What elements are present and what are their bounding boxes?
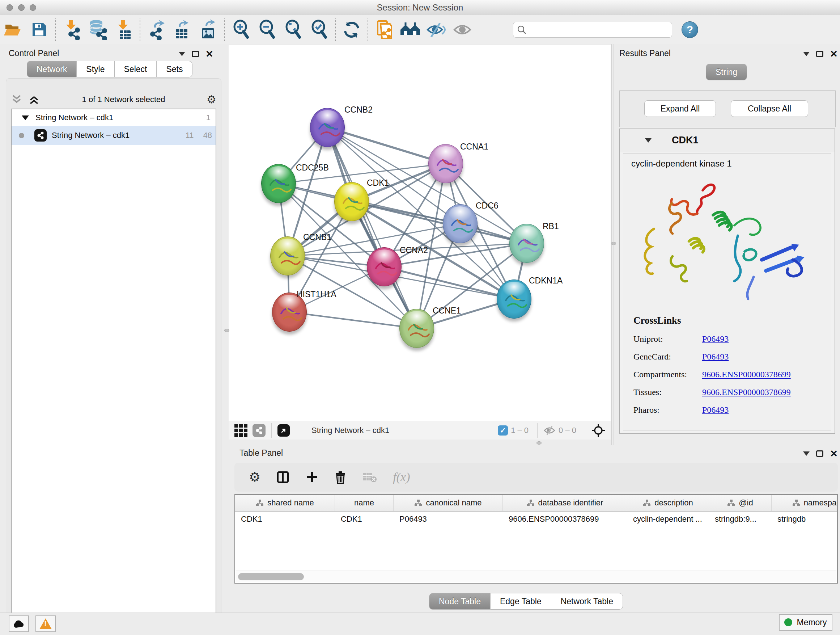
gene-expand-icon[interactable] <box>645 138 652 143</box>
table-cell[interactable]: stringdb <box>772 511 838 527</box>
expand-all-networks-icon[interactable] <box>11 94 23 105</box>
network-edge[interactable] <box>327 127 417 328</box>
network-node-CDC6[interactable] <box>443 204 477 243</box>
window-close-button[interactable] <box>6 4 13 11</box>
crosslink-link[interactable]: P06493 <box>702 405 729 415</box>
tab-string[interactable]: String <box>706 64 747 80</box>
network-options-gear-icon[interactable]: ⚙ <box>207 94 216 105</box>
tab-edge-table[interactable]: Edge Table <box>491 593 551 610</box>
node-label-CCNE1: CCNE1 <box>433 306 461 316</box>
table-cell[interactable]: CDK1 <box>235 511 335 527</box>
network-node-CDKN1A[interactable] <box>497 279 531 318</box>
window-minimize-button[interactable] <box>18 4 25 11</box>
node-protein-thumbnail <box>429 144 463 184</box>
control-panel-float-button[interactable] <box>192 51 199 57</box>
crosslink-link[interactable]: 9606.ENSP00000378699 <box>702 387 791 397</box>
open-session-button[interactable] <box>0 18 26 41</box>
delete-column-trash-icon[interactable] <box>334 470 347 484</box>
window-zoom-button[interactable] <box>30 4 36 11</box>
add-column-icon[interactable] <box>305 470 318 484</box>
tab-style[interactable]: Style <box>77 61 114 78</box>
column-header-shared-name[interactable]: shared name <box>235 495 335 511</box>
scrollbar-thumb[interactable] <box>238 573 304 580</box>
search-input[interactable] <box>526 25 664 35</box>
crosslink-link[interactable]: 9606.ENSP00000378699 <box>702 370 791 379</box>
network-collection-row[interactable]: String Network – cdk1 1 <box>11 109 216 126</box>
control-panel-menu-button[interactable] <box>179 52 185 56</box>
table-row[interactable]: CDK1CDK1P064939606.ENSP00000378699cyclin… <box>235 511 838 527</box>
network-node-CCNB1[interactable] <box>270 236 305 276</box>
network-node-CCNA2[interactable] <box>367 247 401 287</box>
clone-network-button[interactable] <box>371 18 397 41</box>
table-cell[interactable]: P06493 <box>393 511 503 527</box>
table-options-gear-icon[interactable]: ⚙ <box>249 470 261 484</box>
collapse-all-networks-icon[interactable] <box>28 94 41 105</box>
results-panel-close-button[interactable]: ✕ <box>830 49 838 59</box>
network-node-CCNB2[interactable] <box>310 108 345 147</box>
zoom-out-button[interactable] <box>254 18 280 41</box>
collapse-all-button[interactable]: Collapse All <box>731 100 808 117</box>
network-node-CDC25B[interactable] <box>261 164 296 203</box>
network-row-selected[interactable]: String Network – cdk1 11 48 <box>11 126 216 145</box>
network-node-CCNE1[interactable] <box>399 309 434 348</box>
table-panel-menu-button[interactable] <box>803 451 810 456</box>
network-node-RB1[interactable] <box>509 224 544 263</box>
tab-sets[interactable]: Sets <box>156 61 193 78</box>
help-button[interactable]: ? <box>682 21 698 38</box>
table-panel-float-button[interactable] <box>816 450 823 457</box>
export-image-button[interactable] <box>195 18 221 41</box>
column-header-database-identifier[interactable]: database identifier <box>503 495 627 511</box>
column-header-@id[interactable]: @id <box>709 495 772 511</box>
tab-network-table[interactable]: Network Table <box>551 593 623 610</box>
show-columns-icon[interactable] <box>276 470 289 484</box>
expand-all-button[interactable]: Expand All <box>644 100 716 117</box>
refresh-button[interactable] <box>339 18 365 41</box>
table-cell[interactable]: 9606.ENSP00000378699 <box>503 511 627 527</box>
fit-selected-crosshair-icon[interactable] <box>591 423 606 438</box>
tab-node-table[interactable]: Node Table <box>429 593 491 610</box>
table-cell[interactable]: CDK1 <box>335 511 393 527</box>
cloud-button[interactable] <box>9 616 29 632</box>
network-node-CDK1[interactable] <box>334 182 369 221</box>
column-header-description[interactable]: description <box>627 495 709 511</box>
detach-view-button[interactable] <box>278 424 290 437</box>
table-horizontal-scrollbar[interactable] <box>236 570 836 582</box>
tab-network[interactable]: Network <box>27 61 77 78</box>
home-button[interactable] <box>397 18 423 41</box>
import-table-button[interactable] <box>111 18 137 41</box>
table-panel-close-button[interactable]: ✕ <box>830 449 838 458</box>
splitter-handle[interactable] <box>224 329 229 332</box>
results-panel-float-button[interactable] <box>816 51 823 57</box>
memory-button[interactable]: Memory <box>779 614 832 631</box>
export-table-button[interactable] <box>169 18 195 41</box>
crosslink-link[interactable]: P06493 <box>702 334 729 344</box>
table-cell[interactable]: stringdb:9... <box>709 511 772 527</box>
network-edge[interactable] <box>327 127 446 164</box>
results-panel-menu-button[interactable] <box>803 52 810 56</box>
warning-button[interactable] <box>35 616 56 632</box>
network-node-CCNA1[interactable] <box>428 144 463 183</box>
birdseye-view-icon[interactable] <box>234 424 248 437</box>
collection-expand-icon[interactable] <box>22 116 29 120</box>
save-session-button[interactable] <box>26 18 52 41</box>
network-edge[interactable] <box>289 312 417 328</box>
column-header-namespace[interactable]: namespace <box>772 495 838 511</box>
network-canvas[interactable]: CCNB2CCNA1CDC25BCDK1CDC6RB1CCNB1CCNA2CDK… <box>229 45 611 421</box>
import-network-from-database-button[interactable] <box>85 18 111 41</box>
selected-nodes-checkbox[interactable]: ✓ <box>498 425 508 435</box>
table-cell[interactable]: cyclin-dependent ... <box>627 511 709 527</box>
column-header-name[interactable]: name <box>335 495 393 511</box>
zoom-in-button[interactable] <box>228 18 254 41</box>
zoom-selected-button[interactable] <box>306 18 332 41</box>
splitter-handle[interactable] <box>537 441 542 445</box>
zoom-fit-button[interactable] <box>280 18 306 41</box>
tab-select[interactable]: Select <box>115 61 157 78</box>
import-network-button[interactable] <box>58 18 85 41</box>
crosslink-link[interactable]: P06493 <box>702 352 729 362</box>
hidden-eye-slash-icon[interactable] <box>543 425 556 435</box>
export-network-button[interactable] <box>143 18 169 41</box>
hide-unhide-button[interactable] <box>423 18 449 41</box>
column-header-canonical-name[interactable]: canonical name <box>393 495 503 511</box>
show-all-button[interactable] <box>449 18 475 41</box>
control-panel-close-button[interactable]: ✕ <box>205 49 213 59</box>
